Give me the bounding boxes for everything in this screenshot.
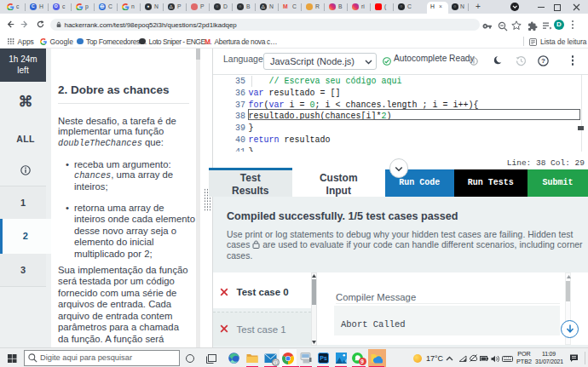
svg-text:?: ? — [541, 57, 545, 65]
